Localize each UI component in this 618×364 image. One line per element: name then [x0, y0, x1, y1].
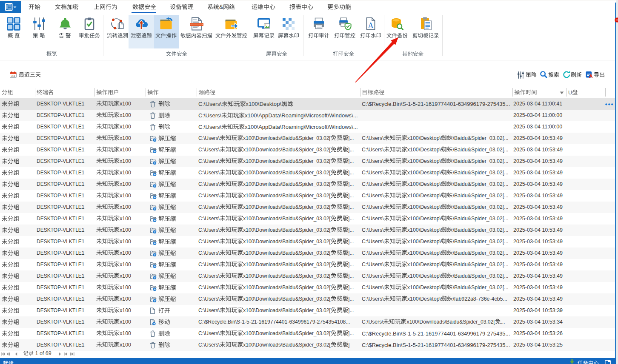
svg-text:23: 23: [11, 74, 15, 78]
svg-text:A: A: [368, 21, 373, 30]
